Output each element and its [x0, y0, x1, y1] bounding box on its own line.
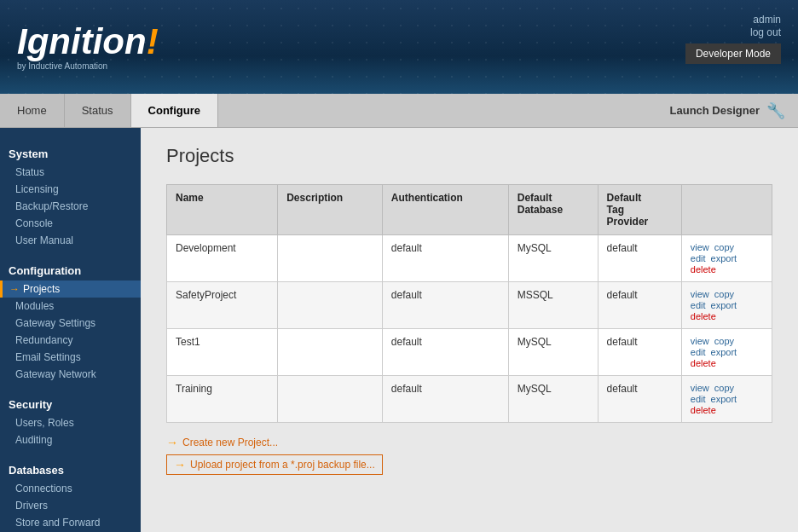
edit-link[interactable]: edit [691, 300, 706, 310]
create-project-link[interactable]: → Create new Project... [166, 436, 772, 449]
table-row: SafetyProject default MSSQL default view… [167, 282, 772, 329]
project-database: MySQL [508, 329, 598, 376]
project-tag-provider: default [598, 329, 681, 376]
sidebar-item-store-forward[interactable]: Store and Forward [0, 514, 141, 531]
view-link[interactable]: view [691, 242, 709, 252]
developer-mode-button[interactable]: Developer Mode [685, 43, 781, 64]
delete-link[interactable]: delete [691, 358, 716, 368]
tab-status[interactable]: Status [65, 94, 131, 127]
header-right: admin log out Developer Mode [685, 13, 781, 64]
sidebar-item-status[interactable]: Status [0, 164, 141, 181]
project-tag-provider: default [598, 376, 681, 423]
sidebar-item-console[interactable]: Console [0, 215, 141, 232]
copy-link[interactable]: copy [714, 336, 734, 346]
nav-right: Launch Designer 🔧 [670, 101, 798, 120]
footer-links: → Create new Project... → Upload project… [166, 436, 772, 475]
export-link[interactable]: export [711, 394, 737, 404]
col-header-description: Description [278, 185, 383, 235]
project-database: MySQL [508, 235, 598, 282]
project-actions: view copy edit export delete [681, 235, 772, 282]
nav-tabs: Home Status Configure Launch Designer 🔧 [0, 94, 798, 128]
logo-sub: by Inductive Automation [17, 61, 159, 71]
sidebar-arrow-icon: → [9, 283, 20, 295]
arrow-icon: → [174, 458, 186, 471]
sidebar-item-users-roles[interactable]: Users, Roles [0, 414, 141, 431]
copy-link[interactable]: copy [714, 242, 734, 252]
launch-designer-button[interactable]: Launch Designer [670, 104, 760, 117]
logout-link[interactable]: log out [750, 26, 781, 38]
project-database: MSSQL [508, 282, 598, 329]
sidebar-section-databases: Databases [0, 457, 141, 480]
sidebar-item-gateway-settings[interactable]: Gateway Settings [0, 315, 141, 332]
project-actions: view copy edit export delete [681, 282, 772, 329]
project-name: Training [167, 376, 278, 423]
header: Ignition! by Inductive Automation admin … [0, 0, 798, 94]
logo-text: Ignition! [17, 24, 159, 60]
sidebar-item-modules[interactable]: Modules [0, 298, 141, 315]
edit-link[interactable]: edit [691, 253, 706, 263]
arrow-icon: → [166, 436, 178, 449]
row-actions: view copy edit export delete [691, 242, 763, 275]
project-name: Test1 [167, 329, 278, 376]
row-actions: view copy edit export delete [691, 336, 763, 368]
delete-link[interactable]: delete [691, 405, 716, 415]
delete-link[interactable]: delete [691, 311, 716, 321]
project-name: SafetyProject [167, 282, 278, 329]
sidebar-section-system: System [0, 141, 141, 164]
project-tag-provider: default [598, 282, 681, 329]
project-authentication: default [382, 329, 508, 376]
sidebar-item-connections[interactable]: Connections [0, 480, 141, 497]
copy-link[interactable]: copy [714, 383, 734, 393]
project-name: Development [167, 235, 278, 282]
sidebar-item-auditing[interactable]: Auditing [0, 431, 141, 448]
col-header-actions [681, 185, 772, 235]
sidebar-item-email-settings[interactable]: Email Settings [0, 349, 141, 366]
sidebar-item-redundancy[interactable]: Redundancy [0, 332, 141, 349]
sidebar-item-drivers[interactable]: Drivers [0, 497, 141, 514]
export-link[interactable]: export [711, 300, 737, 310]
table-row: Training default MySQL default view copy… [167, 376, 772, 423]
project-description [278, 235, 383, 282]
delete-link[interactable]: delete [691, 264, 716, 275]
project-tag-provider: default [598, 235, 681, 282]
view-link[interactable]: view [691, 289, 709, 299]
tab-home[interactable]: Home [0, 94, 65, 127]
edit-link[interactable]: edit [691, 394, 706, 404]
sidebar-section-security: Security [0, 391, 141, 414]
col-header-name: Name [167, 185, 278, 235]
project-description [278, 376, 383, 423]
sidebar-item-projects[interactable]: →Projects [0, 280, 141, 298]
col-header-default-tag-provider: DefaultTagProvider [598, 185, 681, 235]
sidebar-item-licensing[interactable]: Licensing [0, 181, 141, 198]
project-description [278, 329, 383, 376]
projects-table: Name Description Authentication DefaultD… [166, 184, 772, 423]
export-link[interactable]: export [711, 253, 737, 263]
view-link[interactable]: view [691, 383, 709, 393]
table-row: Development default MySQL default view c… [167, 235, 772, 282]
sidebar-item-user-manual[interactable]: User Manual [0, 232, 141, 249]
upload-project-link[interactable]: → Upload project from a *.proj backup fi… [166, 454, 383, 475]
page-title: Projects [166, 145, 772, 167]
content-area: Projects Name Description Authentication… [141, 128, 798, 532]
project-authentication: default [382, 282, 508, 329]
tab-configure[interactable]: Configure [131, 94, 218, 127]
logo: Ignition! by Inductive Automation [17, 24, 159, 71]
user-link[interactable]: admin [753, 14, 781, 26]
col-header-default-database: DefaultDatabase [508, 185, 598, 235]
row-actions: view copy edit export delete [691, 383, 763, 415]
project-authentication: default [382, 235, 508, 282]
export-link[interactable]: export [711, 347, 737, 357]
project-database: MySQL [508, 376, 598, 423]
sidebar: System Status Licensing Backup/Restore C… [0, 128, 141, 532]
project-actions: view copy edit export delete [681, 376, 772, 423]
view-link[interactable]: view [691, 336, 709, 346]
project-authentication: default [382, 376, 508, 423]
table-row: Test1 default MySQL default view copy ed… [167, 329, 772, 376]
copy-link[interactable]: copy [714, 289, 734, 299]
col-header-authentication: Authentication [382, 185, 508, 235]
wrench-icon: 🔧 [766, 101, 785, 120]
edit-link[interactable]: edit [691, 347, 706, 357]
sidebar-item-gateway-network[interactable]: Gateway Network [0, 366, 141, 383]
project-actions: view copy edit export delete [681, 329, 772, 376]
sidebar-item-backup-restore[interactable]: Backup/Restore [0, 198, 141, 215]
